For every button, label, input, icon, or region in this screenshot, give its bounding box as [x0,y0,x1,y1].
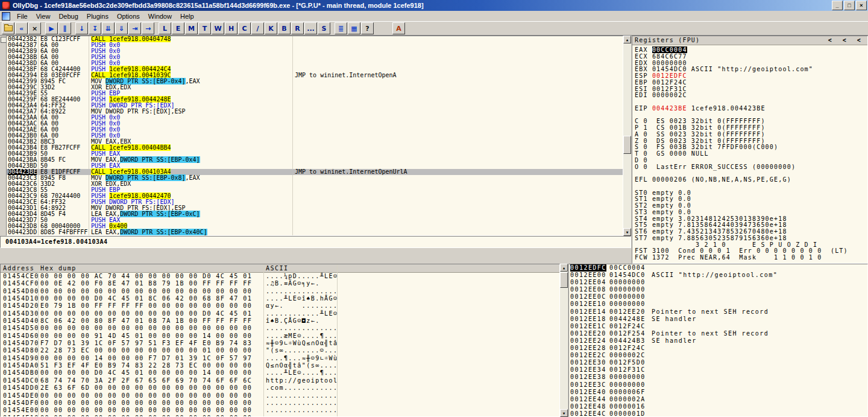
dump-row[interactable]: 01454D408C 06 42 00 80 8F 47 01 08 7A 1B… [1,317,559,325]
pane-collapse-button[interactable]: < [857,36,861,45]
dump-row[interactable]: 01454DC068 74 74 70 3A 2F 2F 67 65 6F 69… [1,377,559,384]
dump-row[interactable]: 01454D20E0 79 1B 00 FF FF FF FF 00 00 00… [1,302,559,310]
register-row[interactable]: FCW 1372 Prec NEAR,64 Mask 1 1 0 0 1 0 [635,255,867,261]
dump-row[interactable]: 01454D0000 00 00 00 00 00 00 00 00 00 00… [1,288,559,295]
stack-row[interactable]: 0012EE200012F254Pointer to next SEH reco… [569,330,867,337]
stack-row[interactable]: 0012EE340012F31C [569,366,867,374]
dump-row[interactable]: 01454DF000 00 00 00 00 00 00 00 00 00 00… [1,399,559,407]
animate-into-button[interactable]: ⇊ [102,22,115,34]
maximize-button[interactable]: □ [844,1,855,10]
dump-row[interactable]: 01454D8022 28 73 EC 00 00 00 00 00 00 00… [1,347,559,354]
stack-row[interactable]: 0012EE0C00000000 [569,293,867,301]
dump-row[interactable]: 01454D3000 00 00 00 00 00 00 00 00 00 00… [1,310,559,317]
breakpoints-window-button[interactable]: B [278,22,291,34]
stack-row[interactable]: 0012EDFC00CC0004 [569,264,867,272]
dump-row[interactable]: 01454DE000 00 00 00 00 00 00 00 00 00 00… [1,392,559,399]
register-row[interactable]: EDI 0000002C [635,92,867,99]
scroll-up-icon[interactable]: ▲ [623,36,631,43]
appearance-button[interactable]: A [392,22,405,34]
menu-item-file[interactable]: File [13,11,32,21]
pane-collapse-button[interactable]: < [843,36,847,45]
stack-row[interactable]: 0012EE140012EE20Pointer to next SEH reco… [569,308,867,316]
close-program-button[interactable]: × [28,22,41,34]
menu-item-debug[interactable]: Debug [54,11,82,21]
patches-window-button[interactable]: / [251,22,264,34]
memory-window-button[interactable]: M [185,22,198,34]
disasm-scrollbar[interactable]: ▲ ▼ [623,36,631,236]
step-over-button[interactable]: ↧ [89,22,101,34]
scrollbar-thumb[interactable] [560,272,568,288]
dump-row[interactable]: 01454D1000 00 00 00 D0 4C 45 01 8C 06 42… [1,295,559,302]
dump-row[interactable]: 01454CE000 00 00 00 AC 70 44 00 00 00 00… [1,273,559,280]
stack-row[interactable]: 0012EE1C0012F24C [569,323,867,330]
dump-row[interactable]: 01454D6000 00 00 00 91 4D 45 01 00 00 00… [1,333,559,340]
stack-row[interactable]: 0012EE0001454DC0ASCII "http://geoiptool.… [569,272,867,279]
dump-scrollbar[interactable]: ▲ ▼ [560,264,568,417]
log-window-button[interactable]: L [159,22,171,34]
call-stack-window-button[interactable]: K [265,22,277,34]
dump-row[interactable]: 01454E0000 00 00 00 00 00 00 00 00 00 00… [1,407,559,414]
stack-row[interactable]: 0012EE0400000000 [569,279,867,286]
scroll-up-icon[interactable]: ▲ [560,264,568,272]
stack-row[interactable]: 0012EE1000000000 [569,301,867,308]
references-window-button[interactable]: R [291,22,304,34]
dump-row[interactable]: 01454D70F7 D7 01 39 1C 0F 57 97 51 F3 EF… [1,340,559,347]
stack-row[interactable]: 0012EE280012F24C [569,345,867,352]
dump-row[interactable]: 01454DA051 F3 EF 4F E0 B9 74 83 22 28 73… [1,362,559,369]
dump-row[interactable]: 01454D9000 00 00 00 14 00 00 00 F7 D7 01… [1,355,559,362]
dump-row[interactable]: 01454DD02E 63 6F 6D 00 00 00 00 00 00 00… [1,384,559,392]
dump-row[interactable]: 01454D5000 00 00 00 00 00 00 00 00 00 00… [1,325,559,332]
menu-item-plugins[interactable]: Plugins [83,11,113,21]
run-trace-window-button[interactable]: ... [304,22,317,34]
help-button[interactable]: ? [361,22,374,34]
restart-button[interactable]: « [15,22,28,34]
source-window-button[interactable]: S [318,22,330,34]
threads-window-button[interactable]: T [198,22,211,34]
tile-windows-button[interactable]: ▦ [348,22,360,34]
windows-list-button[interactable]: ≣ [335,22,347,34]
run-button[interactable]: ▶ [45,22,58,34]
execute-till-user-code-button[interactable]: → [142,22,154,34]
scroll-down-icon[interactable]: ▼ [623,228,631,236]
dump-row[interactable]: 01454E1000 00 00 00 00 00 00 00 00 00 00… [1,415,559,417]
register-row[interactable]: EFL 00000206 (NO,NB,NE,A,NS,PE,GE,G) [635,177,867,183]
stack-row[interactable]: 0012EE2C0000002C [569,352,867,359]
stack-row[interactable]: 0012EE0800000000 [569,286,867,293]
stack-row[interactable]: 0012EE4800000016 [569,403,867,410]
stack-row[interactable]: 0012EE440000002A [569,396,867,403]
stack-row[interactable]: 0012EE24004424B3SE handler [569,337,867,345]
menu-item-window[interactable]: Window [144,11,176,21]
stack-row[interactable]: 0012EE400000006F [569,389,867,396]
close-button[interactable]: × [856,1,867,10]
step-into-button[interactable]: ↓ [75,22,88,34]
pause-button[interactable]: ∥ [58,22,71,34]
cpu-window-icon[interactable] [2,12,10,21]
dump-row[interactable]: 01454CF000 0E 42 00 F0 8E 47 01 B8 79 1B… [1,280,559,287]
stack-value: 0000002C [609,352,646,359]
stack-row[interactable]: 0012EE180044248ESE handler [569,316,867,323]
register-row[interactable]: O 0 LastErr ERROR_SUCCESS (00000000) [635,164,867,171]
stack-row[interactable]: 0012EE3800000000 [569,374,867,381]
menu-item-options[interactable]: Options [113,11,144,21]
executables-window-button[interactable]: E [172,22,184,34]
scrollbar-thumb[interactable] [623,136,631,154]
scroll-down-icon[interactable]: ▼ [560,409,568,417]
minimize-button[interactable]: _ [832,1,843,10]
menu-item-help[interactable]: Help [176,11,198,21]
register-row[interactable]: T 0 GS 0000 NULL [635,151,867,158]
pane-collapse-button[interactable]: < [828,36,832,45]
stack-row[interactable]: 0012EE300012F5D0 [569,359,867,366]
dump-row[interactable]: 01454DB000 00 00 00 D0 4C 45 01 00 00 00… [1,369,559,377]
cpu-window-button[interactable]: C [238,22,251,34]
stack-row[interactable]: 0012EE4C0000001D [569,410,867,417]
register-row[interactable]: EIP 004423BE 1cefe918.004423BE [635,106,867,112]
title-bar[interactable]: OllyDbg - 1cefe918ae56ebd3c2de309efbdd3a… [0,0,868,11]
stack-row[interactable]: 0012EE3C00000000 [569,381,867,389]
handles-window-button[interactable]: H [225,22,237,34]
windows-window-button[interactable]: W [212,22,224,34]
menu-item-view[interactable]: View [32,11,55,21]
open-file-button[interactable] [2,22,14,34]
disasm-row[interactable]: 004423DD8D85 F4FBFFFFLEA EAX,DWORD PTR S… [7,229,623,235]
animate-over-button[interactable]: ⇓ [115,22,128,34]
execute-till-return-button[interactable]: ⇥ [128,22,141,34]
